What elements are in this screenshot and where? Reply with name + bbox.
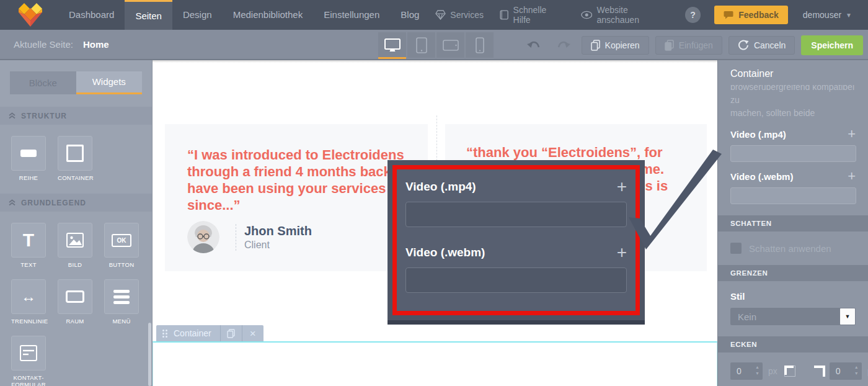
spin-down-icon[interactable]: ▼ (854, 371, 859, 375)
widget-trennlinie[interactable]: ↔ TRENNLINIE (11, 279, 46, 325)
popup-webm-input[interactable] (405, 267, 627, 293)
app-logo-icon[interactable] (19, 3, 42, 27)
container-icon (66, 145, 84, 162)
mp4-input[interactable] (730, 145, 856, 162)
drag-handle-icon[interactable] (156, 330, 174, 338)
section-struktur[interactable]: STRUKTUR (0, 107, 152, 125)
schatten-checkbox-row[interactable]: Schatten anwenden (730, 243, 856, 254)
corner-radius-spinner-tr[interactable]: ▲ ▼ (830, 362, 862, 380)
avatar (187, 221, 219, 253)
widget-text[interactable]: T TEXT (11, 223, 46, 268)
mp4-field-label: Video (.mp4) (730, 129, 786, 140)
undo-icon (526, 40, 541, 51)
view-website-label: Website anschauen (596, 5, 670, 25)
redo-button[interactable] (552, 36, 575, 55)
feedback-button[interactable]: Feedback (714, 6, 788, 24)
testimonial-author-name: Jhon Smith (244, 224, 312, 238)
nav-item-seiten[interactable]: Seiten (125, 0, 172, 30)
page-toolbar: Aktuelle Seite: Home (0, 30, 868, 60)
nav-item-design[interactable]: Design (172, 0, 223, 30)
current-page-value[interactable]: Home (83, 39, 109, 50)
popup-mp4-input[interactable] (405, 202, 627, 227)
copy-button[interactable]: Kopieren (582, 36, 649, 55)
nav-item-medienbibliothek[interactable]: Medienbibliothek (223, 0, 314, 30)
nav-item-dashboard[interactable]: Dashboard (58, 0, 125, 30)
stil-label: Stil (730, 291, 856, 302)
widget-bild[interactable]: BILD (58, 223, 92, 268)
widget-raum[interactable]: RAUM (58, 279, 92, 325)
selected-container-outline[interactable] (153, 341, 717, 386)
schatten-checkbox[interactable] (730, 243, 742, 254)
widget-trennlinie-label: TRENNLINIE (11, 318, 46, 325)
view-website-link[interactable]: Website anschauen (575, 5, 676, 25)
eye-icon (581, 11, 593, 19)
device-phone-button[interactable] (466, 32, 494, 58)
widget-button[interactable]: OK BUTTON (104, 223, 139, 268)
testimonial-quote-left: “I was introduced to Electroidens throug… (187, 146, 419, 213)
copy-icon (591, 40, 600, 51)
cancel-label: Canceln (754, 40, 786, 50)
stil-select[interactable]: Kein ▼ (730, 308, 856, 325)
widget-container[interactable]: CONTAINER (58, 136, 92, 181)
popup-mp4-add-icon[interactable]: + (617, 179, 627, 195)
services-link[interactable]: Services (430, 10, 489, 20)
mp4-add-icon[interactable]: + (848, 128, 856, 140)
webm-add-icon[interactable]: + (848, 170, 856, 182)
gem-icon (435, 10, 446, 20)
menu-bars-icon (113, 290, 130, 304)
stil-select-caret-button[interactable]: ▼ (840, 308, 855, 325)
speech-bubble-icon (724, 11, 733, 19)
widget-text-label: TEXT (11, 261, 46, 268)
widget-menue[interactable]: MENÜ (104, 279, 139, 325)
widgets-sidebar: Blöcke Widgets STRUKTUR REIHE CONTAINER … (0, 60, 153, 386)
section-grundlegend[interactable]: GRUNDLEGEND (0, 194, 152, 212)
spin-down-icon[interactable]: ▼ (755, 371, 760, 375)
tab-bloecke[interactable]: Blöcke (10, 71, 76, 94)
px-unit-label: px (768, 366, 777, 376)
top-navbar: Dashboard Seiten Design Medienbibliothek… (0, 0, 868, 30)
nav-item-einstellungen[interactable]: Einstellungen (313, 0, 390, 30)
close-icon: × (250, 328, 256, 339)
webm-input[interactable] (730, 187, 856, 204)
popup-webm-add-icon[interactable]: + (617, 245, 627, 261)
paste-icon (665, 40, 674, 51)
widget-raum-label: RAUM (58, 318, 92, 325)
widget-reihe[interactable]: REIHE (11, 136, 46, 181)
paste-button[interactable]: Einfügen (655, 36, 722, 55)
cancel-button[interactable]: Canceln (728, 36, 795, 55)
tab-widgets[interactable]: Widgets (76, 71, 143, 94)
duplicate-container-button[interactable] (221, 325, 242, 341)
widget-kontaktformular[interactable]: KONTAKT- FORMULAR (11, 336, 46, 386)
device-tablet-landscape-button[interactable] (436, 32, 464, 58)
corner-radius-spinner-tl[interactable]: ▲ ▼ (730, 362, 763, 380)
delete-container-button[interactable]: × (242, 325, 264, 341)
widget-button-label: BUTTON (104, 261, 139, 268)
device-desktop-button[interactable] (378, 32, 406, 58)
widget-reihe-label: REIHE (11, 174, 46, 181)
save-button[interactable]: Speichern (801, 35, 863, 55)
corner-radius-input-tl[interactable] (730, 362, 751, 380)
user-menu[interactable]: demouser ▼ (798, 10, 857, 20)
device-tablet-portrait-button[interactable] (407, 32, 435, 58)
feedback-label: Feedback (738, 10, 779, 20)
selection-tag-label: Container (174, 328, 220, 338)
corner-radius-input-tr[interactable] (830, 362, 851, 380)
section-schatten: SCHATTEN (718, 215, 868, 231)
nav-item-blog[interactable]: Blog (390, 0, 430, 30)
row-icon (20, 150, 37, 157)
section-grundlegend-label: GRUNDLEGEND (21, 199, 86, 207)
panel-description: browserübergreifend kompatibel zu machen… (730, 85, 856, 120)
widget-menue-label: MENÜ (104, 318, 139, 325)
services-label: Services (450, 10, 484, 20)
undo-button[interactable] (522, 36, 546, 55)
tablet-portrait-icon (416, 37, 427, 53)
quick-help-link[interactable]: Schnelle Hilfe (494, 5, 570, 25)
text-icon: T (23, 231, 34, 249)
redo-icon (556, 40, 571, 51)
callout-shadow (388, 320, 645, 325)
spin-up-icon[interactable]: ▲ (854, 365, 859, 369)
spin-up-icon[interactable]: ▲ (755, 365, 760, 369)
sidebar-scrollbar[interactable] (148, 323, 151, 386)
help-button[interactable]: ? (685, 7, 701, 23)
callout-frame: Video (.mp4) + Video (.webm) + (388, 160, 645, 320)
